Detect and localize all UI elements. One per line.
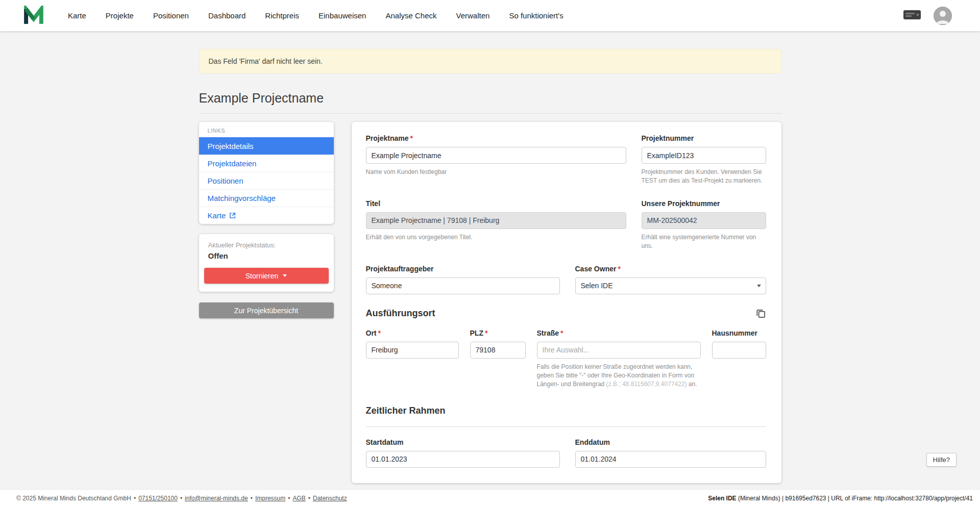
nav-item-verwalten[interactable]: Verwalten xyxy=(456,11,490,20)
ort-label: Ort* xyxy=(366,329,459,337)
nav-item-karte[interactable]: Karte xyxy=(68,11,86,20)
nav-item-dashboard[interactable]: Dashboard xyxy=(208,11,246,20)
section-divider xyxy=(366,426,766,427)
projektname-label: Projektname* xyxy=(366,134,626,142)
nav-item-analyse-check[interactable]: Analyse Check xyxy=(385,11,436,20)
footer-impressum-link[interactable]: Impressum xyxy=(255,495,285,502)
chevron-down-icon xyxy=(283,274,287,277)
hausnummer-label: Hausnummer xyxy=(712,329,766,337)
sidebar-item-positionen[interactable]: Positionen xyxy=(199,172,334,189)
footer-session-details: (Mineral Minds) | b91695ed7623 | URL of … xyxy=(737,495,973,502)
strasse-help: Falls die Position keiner Straße zugeord… xyxy=(537,363,701,389)
case-owner-label: Case Owner* xyxy=(575,265,766,273)
nav-item-einbauweisen[interactable]: Einbauweisen xyxy=(318,11,366,20)
required-mark: * xyxy=(485,329,487,337)
footer-separator: • xyxy=(134,495,136,502)
sidebar-item-matchingvorschlaege[interactable]: Matchingvorschläge xyxy=(199,189,334,207)
external-link-icon xyxy=(229,212,236,219)
alert-message: Das Feld 'Firma' darf nicht leer sein. xyxy=(209,57,323,65)
project-details-form: Projektname* Name vom Kunden festlegbar … xyxy=(352,122,781,483)
ort-input[interactable] xyxy=(366,342,459,359)
nav-item-positionen[interactable]: Positionen xyxy=(153,11,189,20)
footer-agb-link[interactable]: AGB xyxy=(292,495,305,502)
mineral-minds-logo-icon[interactable] xyxy=(23,6,44,26)
projektnummer-input[interactable] xyxy=(642,147,766,164)
projektauftraggeber-input[interactable] xyxy=(366,277,560,294)
footer-phone-link[interactable]: 07151/250100 xyxy=(138,495,178,502)
required-mark: * xyxy=(378,329,381,337)
footer-left: © 2025 Mineral Minds Deutschland GmbH • … xyxy=(16,495,347,502)
label-text: Case Owner xyxy=(575,265,617,273)
hausnummer-input[interactable] xyxy=(712,342,766,359)
footer-separator: • xyxy=(288,495,290,502)
plz-label: PLZ* xyxy=(470,329,526,337)
validation-alert: Das Feld 'Firma' darf nicht leer sein. xyxy=(199,49,781,73)
projektauftraggeber-label: Projektauftraggeber xyxy=(366,265,560,273)
chevron-down-icon xyxy=(757,285,761,287)
ausfuehrungsort-heading: Ausführungsort xyxy=(366,308,435,319)
label-text: PLZ xyxy=(470,329,483,337)
projektnummer-help: Projektnummer des Kunden. Verwenden Sie … xyxy=(642,168,766,186)
nav-item-richtpreis[interactable]: Richtpreis xyxy=(265,11,299,20)
label-text: Projektname xyxy=(366,134,409,142)
titel-input xyxy=(366,212,626,229)
sidebar-item-karte[interactable]: Karte xyxy=(199,207,334,224)
footer-email-link[interactable]: info@mineral-minds.de xyxy=(185,495,248,502)
required-mark: * xyxy=(618,265,620,273)
sidebar: LINKS Projektdetails Projektdateien Posi… xyxy=(199,122,334,318)
status-label: Aktueller Projektstatus: xyxy=(208,241,329,249)
footer-session-info: Selen IDE (Mineral Minds) | b91695ed7623… xyxy=(708,495,973,502)
hilfe-button[interactable]: Hilfe? xyxy=(926,453,957,467)
status-value: Offen xyxy=(208,251,329,260)
sidebar-item-label: Matchingvorschläge xyxy=(208,194,276,202)
sidebar-item-label: Positionen xyxy=(208,176,243,185)
strasse-input[interactable] xyxy=(537,342,701,359)
strasse-help-example: (z.B.: 48.8115607,9.4077422) xyxy=(606,381,687,388)
title-divider xyxy=(199,113,781,114)
strasse-help-suffix: an. xyxy=(687,381,697,388)
zeitlicher-rahmen-heading: Zeitlicher Rahmen xyxy=(366,405,446,416)
projektname-help: Name vom Kunden festlegbar xyxy=(366,168,626,176)
required-mark: * xyxy=(560,329,563,337)
footer-copyright: © 2025 Mineral Minds Deutschland GmbH xyxy=(16,495,131,502)
startdatum-label: Startdatum xyxy=(366,438,560,446)
required-mark: * xyxy=(410,134,413,142)
zur-projektuebersicht-button[interactable]: Zur Projektübersicht xyxy=(199,302,334,318)
unsere-projektnummer-label: Unsere Projektnummer xyxy=(642,199,766,208)
sidebar-item-label: Projektdetails xyxy=(208,142,254,150)
plz-input[interactable] xyxy=(470,342,526,359)
footer-datenschutz-link[interactable]: Datenschutz xyxy=(313,495,347,502)
footer-separator: • xyxy=(251,495,253,502)
label-text: Straße xyxy=(537,329,559,337)
main-navigation: Karte Projekte Positionen Dashboard Rich… xyxy=(68,11,903,20)
server-icon[interactable] xyxy=(903,9,921,23)
project-status-card: Aktueller Projektstatus: Offen Storniere… xyxy=(199,234,334,292)
projektname-input[interactable] xyxy=(366,147,626,164)
case-owner-select[interactable]: Selen IDE xyxy=(575,277,766,294)
nav-item-projekte[interactable]: Projekte xyxy=(106,11,134,20)
enddatum-input[interactable] xyxy=(575,451,766,468)
navbar-right-actions xyxy=(903,7,952,25)
enddatum-label: Enddatum xyxy=(575,438,766,446)
footer: © 2025 Mineral Minds Deutschland GmbH • … xyxy=(0,489,980,507)
sidebar-item-projektdetails[interactable]: Projektdetails xyxy=(199,137,334,155)
footer-separator: • xyxy=(308,495,310,502)
titel-label: Titel xyxy=(366,199,626,208)
copy-icon[interactable] xyxy=(755,308,766,319)
page-title: Example Projectname xyxy=(199,91,781,106)
top-navbar: Karte Projekte Positionen Dashboard Rich… xyxy=(0,0,980,31)
user-avatar-icon[interactable] xyxy=(934,7,952,25)
links-card: LINKS Projektdetails Projektdateien Posi… xyxy=(199,122,334,224)
sidebar-item-label: Karte xyxy=(208,211,226,220)
footer-user: Selen IDE xyxy=(708,495,736,502)
nav-item-so-funktionierts[interactable]: So funktioniert's xyxy=(509,11,563,20)
case-owner-selected-value: Selen IDE xyxy=(581,282,613,290)
projektnummer-label: Projektnummer xyxy=(642,134,766,142)
stornieren-button[interactable]: Stornieren xyxy=(204,268,329,284)
sidebar-item-projektdateien[interactable]: Projektdateien xyxy=(199,155,334,172)
unsere-projektnummer-help: Erhält eine systemgenerierte Nummer von … xyxy=(642,233,766,251)
sidebar-item-label: Projektdateien xyxy=(208,159,257,168)
startdatum-input[interactable] xyxy=(366,451,560,468)
stornieren-button-label: Stornieren xyxy=(246,272,279,280)
strasse-label: Straße* xyxy=(537,329,701,337)
